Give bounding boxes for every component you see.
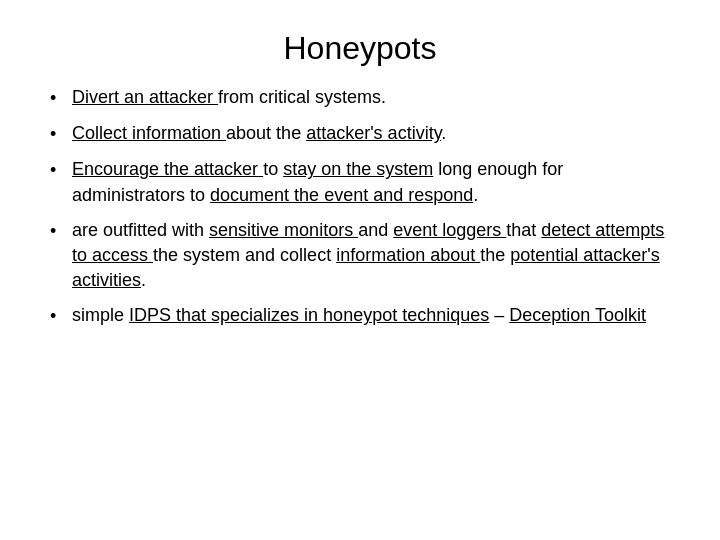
- underline-text: attacker's activity: [306, 123, 441, 143]
- plain-text: that: [506, 220, 541, 240]
- list-item: • Encourage the attacker to stay on the …: [50, 157, 670, 207]
- plain-text: the system and collect: [153, 245, 336, 265]
- underline-text: document the event and respond: [210, 185, 473, 205]
- bullet-dot: •: [50, 158, 72, 183]
- page-title: Honeypots: [50, 30, 670, 67]
- plain-text: .: [141, 270, 146, 290]
- plain-text: from critical systems.: [218, 87, 386, 107]
- list-item: • Divert an attacker from critical syste…: [50, 85, 670, 111]
- bullet-text-1: Divert an attacker from critical systems…: [72, 85, 670, 110]
- bullet-dot: •: [50, 304, 72, 329]
- bullet-text-3: Encourage the attacker to stay on the sy…: [72, 157, 670, 207]
- underline-text: Encourage the attacker: [72, 159, 263, 179]
- plain-text: .: [473, 185, 478, 205]
- plain-text: about the: [226, 123, 306, 143]
- plain-text: to: [263, 159, 283, 179]
- plain-text: –: [489, 305, 509, 325]
- underline-text: IDPS that specializes in honeypot techni…: [129, 305, 489, 325]
- underline-text: sensitive monitors: [209, 220, 358, 240]
- underline-text: event loggers: [393, 220, 506, 240]
- list-item: • Collect information about the attacker…: [50, 121, 670, 147]
- underline-text: information about: [336, 245, 480, 265]
- bullet-dot: •: [50, 122, 72, 147]
- plain-text: are outfitted with: [72, 220, 209, 240]
- bullet-list: • Divert an attacker from critical syste…: [50, 85, 670, 340]
- bullet-text-2: Collect information about the attacker's…: [72, 121, 670, 146]
- deception-toolkit-label: Deception Toolkit: [509, 305, 646, 325]
- underline-text: Divert an attacker: [72, 87, 218, 107]
- bullet-dot: •: [50, 219, 72, 244]
- underline-text: Collect information: [72, 123, 226, 143]
- plain-text: .: [441, 123, 446, 143]
- plain-text: and: [358, 220, 393, 240]
- page: Honeypots • Divert an attacker from crit…: [0, 0, 720, 540]
- underline-text: stay on the system: [283, 159, 433, 179]
- plain-text: simple: [72, 305, 129, 325]
- bullet-text-4: are outfitted with sensitive monitors an…: [72, 218, 670, 294]
- list-item: • simple IDPS that specializes in honeyp…: [50, 303, 670, 329]
- list-item: • are outfitted with sensitive monitors …: [50, 218, 670, 294]
- plain-text: the: [480, 245, 510, 265]
- bullet-text-5: simple IDPS that specializes in honeypot…: [72, 303, 670, 328]
- bullet-dot: •: [50, 86, 72, 111]
